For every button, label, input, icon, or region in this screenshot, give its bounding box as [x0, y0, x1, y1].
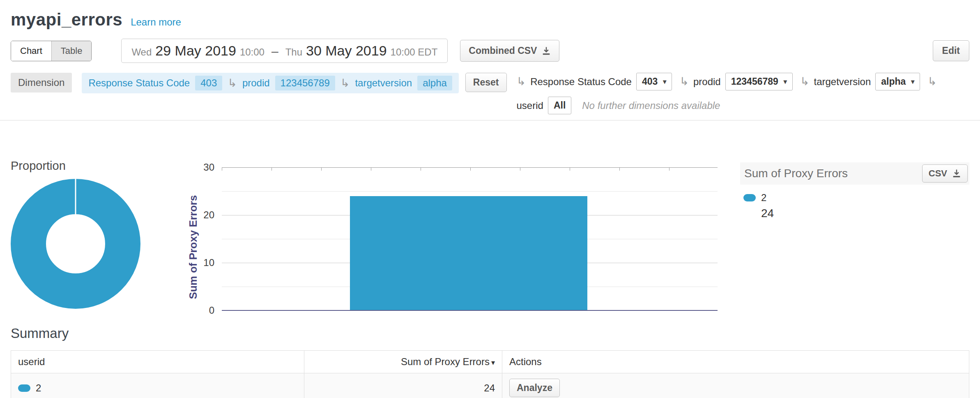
- dimension-breadcrumb: Response Status Code 403 ↳ prodid 123456…: [82, 73, 458, 93]
- y-tick-0: 0: [190, 305, 214, 316]
- table-view-button[interactable]: Table: [51, 41, 92, 61]
- dropdown-value: 403: [642, 76, 658, 87]
- learn-more-link[interactable]: Learn more: [131, 16, 181, 28]
- x-axis-baseline: [222, 310, 718, 311]
- start-date: 29 May 2019: [155, 43, 236, 59]
- userid-value: 2: [36, 382, 41, 394]
- selector-name: Response Status Code: [530, 76, 632, 88]
- selector-row-2: userid All No further dimensions availab…: [517, 97, 969, 114]
- breadcrumb-value[interactable]: 403: [195, 76, 222, 90]
- reset-label: Reset: [473, 77, 499, 88]
- legend-item-label: 2: [761, 192, 766, 204]
- selector-userid: userid All: [517, 97, 572, 114]
- no-more-dimensions-note: No further dimensions available: [582, 100, 720, 111]
- column-header-sum-label: Sum of Proxy Errors: [401, 356, 490, 367]
- summary-table: userid Sum of Proxy Errors▾ Actions 2 24: [11, 350, 969, 398]
- date-range-separator: –: [271, 44, 278, 58]
- summary-title: Summary: [11, 326, 980, 341]
- dropdown-value: All: [554, 100, 566, 111]
- chevron-down-icon: ▾: [911, 78, 914, 86]
- breadcrumb-value[interactable]: alpha: [417, 76, 452, 90]
- legend-panel: Sum of Proxy Errors CSV 2 24: [740, 162, 969, 220]
- level-down-icon: ↳: [517, 76, 526, 87]
- status-code-dropdown[interactable]: 403 ▾: [636, 73, 672, 90]
- download-icon: [952, 169, 961, 178]
- table-row: 2 24 Analyze: [11, 373, 969, 398]
- breadcrumb-name: prodid: [242, 77, 270, 89]
- reset-button[interactable]: Reset: [465, 73, 507, 92]
- level-down-icon: ↳: [228, 78, 237, 89]
- proportion-donut-chart: [11, 173, 175, 315]
- axis-tick-marks: [222, 167, 718, 171]
- dimension-bar: Dimension Response Status Code 403 ↳ pro…: [0, 73, 980, 120]
- gridline-25: [222, 191, 718, 192]
- legend-header: Sum of Proxy Errors CSV: [740, 162, 969, 185]
- charts-section: Proportion Sum of Proxy Errors 30 20 10 …: [0, 159, 980, 326]
- column-header-userid: userid: [11, 351, 304, 373]
- csv-button[interactable]: CSV: [922, 164, 968, 183]
- targetversion-dropdown[interactable]: alpha ▾: [875, 73, 920, 90]
- column-header-sum[interactable]: Sum of Proxy Errors▾: [304, 351, 502, 373]
- selector-row-1: ↳ Response Status Code 403 ▾ ↳ prodid 12…: [517, 73, 969, 90]
- dropdown-value: 123456789: [731, 76, 778, 87]
- view-toggle: Chart Table: [11, 41, 92, 61]
- end-day: Thu: [285, 46, 302, 58]
- chevron-down-icon: ▾: [784, 78, 787, 86]
- proxy-errors-bar[interactable]: [350, 196, 587, 310]
- start-day: Wed: [131, 46, 152, 58]
- breadcrumb-name: Response Status Code: [88, 77, 190, 89]
- donut-svg: [11, 173, 175, 315]
- legend-item-value: 24: [761, 207, 969, 220]
- selector-targetversion: ↳ targetversion alpha ▾: [800, 73, 920, 90]
- breadcrumb-value[interactable]: 123456789: [275, 76, 335, 90]
- selector-response-status-code: ↳ Response Status Code 403 ▾: [517, 73, 672, 90]
- summary-header-row: userid Sum of Proxy Errors▾ Actions: [11, 351, 969, 373]
- selector-name: prodid: [693, 76, 721, 88]
- end-time: 10:00 EDT: [391, 46, 438, 58]
- legend-item[interactable]: 2: [740, 192, 969, 204]
- chart-view-button[interactable]: Chart: [11, 41, 51, 61]
- level-down-icon: ↳: [800, 76, 810, 87]
- analyze-label: Analyze: [517, 382, 552, 393]
- prodid-dropdown[interactable]: 123456789 ▾: [725, 73, 793, 90]
- combined-csv-label: Combined CSV: [469, 45, 537, 56]
- cell-sum: 24: [304, 373, 502, 398]
- column-header-actions: Actions: [502, 351, 969, 373]
- edit-button[interactable]: Edit: [933, 40, 969, 61]
- cell-userid: 2: [11, 373, 304, 398]
- dropdown-value: alpha: [881, 76, 906, 87]
- page-title: myapi_errors: [11, 10, 122, 30]
- dimension-selectors: ↳ Response Status Code 403 ▾ ↳ prodid 12…: [517, 73, 969, 114]
- userid-swatch: [18, 384, 30, 392]
- legend-swatch: [743, 194, 756, 201]
- selector-prodid: ↳ prodid 123456789 ▾: [679, 73, 793, 90]
- start-time: 10:00: [240, 46, 265, 58]
- end-date: 30 May 2019: [306, 43, 387, 59]
- toolbar: Chart Table Wed 29 May 2019 10:00 – Thu …: [0, 39, 980, 63]
- page-header: myapi_errors Learn more: [0, 0, 980, 30]
- y-tick-30: 30: [190, 162, 214, 173]
- csv-label: CSV: [929, 168, 947, 179]
- edit-label: Edit: [942, 45, 960, 56]
- sort-descending-icon: ▾: [491, 359, 495, 367]
- analyze-button[interactable]: Analyze: [509, 379, 560, 397]
- y-tick-10: 10: [190, 257, 214, 268]
- combined-csv-button[interactable]: Combined CSV: [460, 40, 559, 62]
- proportion-title: Proportion: [11, 159, 66, 173]
- userid-dropdown[interactable]: All: [548, 97, 571, 114]
- cell-actions: Analyze: [502, 373, 969, 398]
- bar-chart-plot-area: [222, 167, 718, 310]
- selector-name: userid: [517, 100, 543, 111]
- download-icon: [542, 46, 551, 56]
- legend-title: Sum of Proxy Errors: [744, 167, 848, 180]
- chevron-down-icon: ▾: [663, 78, 666, 86]
- summary-section: Summary userid Sum of Proxy Errors▾ Acti…: [0, 326, 980, 398]
- dimension-label: Dimension: [11, 73, 72, 93]
- date-range-picker[interactable]: Wed 29 May 2019 10:00 – Thu 30 May 2019 …: [121, 39, 448, 63]
- y-tick-20: 20: [190, 209, 214, 221]
- selector-name: targetversion: [814, 76, 871, 88]
- level-down-icon: ↳: [927, 76, 937, 87]
- level-down-icon: ↳: [679, 76, 689, 87]
- level-down-icon: ↳: [340, 78, 350, 89]
- breadcrumb-name: targetversion: [355, 77, 412, 89]
